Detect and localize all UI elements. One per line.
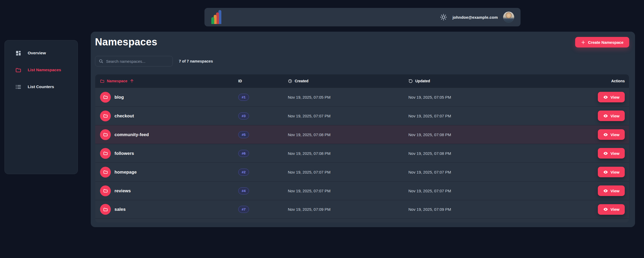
actions-cell: View bbox=[593, 129, 629, 140]
sidebar-item-list-namespaces[interactable]: List Namespaces bbox=[5, 61, 78, 78]
namespaces-table: Namespace ID Created bbox=[95, 74, 629, 222]
namespace-folder-icon bbox=[100, 185, 111, 196]
column-label: Namespace bbox=[107, 79, 127, 83]
logo-bar-green bbox=[211, 17, 214, 24]
eye-icon bbox=[603, 113, 608, 118]
view-button[interactable]: View bbox=[598, 111, 625, 121]
column-header-created[interactable]: Created bbox=[288, 79, 408, 83]
actions-cell: View bbox=[593, 185, 629, 196]
view-button[interactable]: View bbox=[598, 185, 625, 196]
id-cell: #5 bbox=[238, 131, 288, 138]
table-row[interactable]: checkout #3 Nov 19, 2025, 07:07 PM Nov 1… bbox=[95, 106, 629, 125]
view-label: View bbox=[610, 132, 619, 137]
folder-icon bbox=[15, 67, 21, 73]
id-badge: #5 bbox=[238, 131, 249, 138]
column-header-updated[interactable]: Updated bbox=[408, 79, 593, 83]
updated-cell: Nov 19, 2025, 07:07 PM bbox=[408, 114, 593, 118]
namespace-name: sales bbox=[115, 207, 126, 212]
table-row[interactable]: blog #1 Nov 19, 2025, 07:05 PM Nov 19, 2… bbox=[95, 88, 629, 106]
namespace-cell: followers bbox=[95, 148, 238, 159]
plus-icon bbox=[581, 40, 585, 45]
sidebar: Overview List Namespaces List Counters bbox=[4, 40, 78, 174]
view-button[interactable]: View bbox=[598, 167, 625, 177]
column-label: ID bbox=[238, 79, 242, 83]
list-icon bbox=[15, 84, 21, 90]
view-label: View bbox=[610, 189, 619, 193]
table-row[interactable]: reviews #4 Nov 19, 2025, 07:07 PM Nov 19… bbox=[95, 181, 629, 200]
column-header-id[interactable]: ID bbox=[238, 79, 288, 83]
user-avatar[interactable] bbox=[503, 12, 514, 23]
sidebar-item-label: Overview bbox=[28, 51, 46, 55]
id-badge: #3 bbox=[238, 112, 249, 120]
sidebar-item-overview[interactable]: Overview bbox=[5, 45, 78, 61]
id-cell: #2 bbox=[238, 169, 288, 176]
id-cell: #1 bbox=[238, 94, 288, 101]
namespace-cell: blog bbox=[95, 92, 238, 103]
clock-icon bbox=[288, 79, 292, 83]
sidebar-item-label: List Counters bbox=[28, 84, 54, 89]
updated-cell: Nov 19, 2025, 07:07 PM bbox=[408, 170, 593, 174]
actions-cell: View bbox=[593, 204, 629, 215]
app-logo-icon[interactable] bbox=[212, 10, 221, 24]
main-panel: Namespaces Create Namespace 7 of 7 names… bbox=[91, 32, 635, 227]
id-badge: #2 bbox=[238, 169, 249, 176]
id-cell: #3 bbox=[238, 112, 288, 120]
search-input[interactable] bbox=[106, 59, 169, 64]
view-button[interactable]: View bbox=[598, 129, 625, 140]
namespace-folder-icon bbox=[100, 129, 111, 140]
search-box bbox=[95, 56, 173, 66]
created-cell: Nov 19, 2025, 07:05 PM bbox=[288, 95, 408, 99]
view-label: View bbox=[610, 151, 619, 156]
namespace-folder-icon bbox=[100, 167, 111, 178]
namespace-cell: homepage bbox=[95, 167, 238, 178]
table-row[interactable]: sales #7 Nov 19, 2025, 07:09 PM Nov 19, … bbox=[95, 200, 629, 219]
search-row: 7 of 7 namespaces bbox=[95, 56, 213, 66]
table-row[interactable]: community-feed #5 Nov 19, 2025, 07:08 PM… bbox=[95, 125, 629, 144]
view-label: View bbox=[610, 207, 619, 212]
actions-cell: View bbox=[593, 167, 629, 177]
created-cell: Nov 19, 2025, 07:09 PM bbox=[288, 207, 408, 212]
eye-icon bbox=[603, 207, 608, 212]
sidebar-item-label: List Namespaces bbox=[28, 68, 61, 72]
updated-cell: Nov 19, 2025, 07:07 PM bbox=[408, 189, 593, 193]
eye-icon bbox=[603, 188, 608, 193]
updated-cell: Nov 19, 2025, 07:08 PM bbox=[408, 151, 593, 156]
id-cell: #4 bbox=[238, 187, 288, 194]
sidebar-item-list-counters[interactable]: List Counters bbox=[5, 78, 78, 95]
create-namespace-label: Create Namespace bbox=[588, 40, 623, 45]
id-badge: #6 bbox=[238, 150, 249, 157]
namespace-folder-icon bbox=[100, 111, 111, 121]
created-cell: Nov 19, 2025, 07:07 PM bbox=[288, 114, 408, 118]
id-cell: #7 bbox=[238, 206, 288, 213]
updated-cell: Nov 19, 2025, 07:09 PM bbox=[408, 207, 593, 212]
namespace-cell: checkout bbox=[95, 111, 238, 121]
table-row[interactable]: homepage #2 Nov 19, 2025, 07:07 PM Nov 1… bbox=[95, 163, 629, 181]
id-badge: #4 bbox=[238, 187, 249, 194]
namespace-name: blog bbox=[115, 95, 124, 100]
column-header-namespace[interactable]: Namespace bbox=[95, 79, 238, 83]
created-cell: Nov 19, 2025, 07:08 PM bbox=[288, 151, 408, 156]
top-navbar: johndoe@example.com bbox=[204, 8, 521, 26]
id-cell: #6 bbox=[238, 150, 288, 157]
namespace-folder-icon bbox=[100, 92, 111, 103]
view-button[interactable]: View bbox=[598, 92, 625, 102]
column-header-actions: Actions bbox=[593, 79, 629, 83]
eye-icon bbox=[603, 95, 608, 100]
namespace-name: reviews bbox=[115, 188, 131, 193]
created-cell: Nov 19, 2025, 07:07 PM bbox=[288, 170, 408, 174]
app-screen: johndoe@example.com Overview List Namesp… bbox=[0, 0, 644, 258]
view-button[interactable]: View bbox=[598, 148, 625, 159]
actions-cell: View bbox=[593, 92, 629, 102]
create-namespace-button[interactable]: Create Namespace bbox=[575, 37, 629, 47]
page-title: Namespaces bbox=[95, 36, 157, 48]
refresh-clock-icon bbox=[408, 79, 413, 83]
view-label: View bbox=[610, 114, 619, 118]
table-row[interactable]: followers #6 Nov 19, 2025, 07:08 PM Nov … bbox=[95, 144, 629, 163]
namespace-count: 7 of 7 namespaces bbox=[179, 59, 213, 63]
table-header-row: Namespace ID Created bbox=[95, 74, 629, 88]
id-badge: #1 bbox=[238, 94, 249, 101]
view-button[interactable]: View bbox=[598, 204, 625, 215]
sun-icon[interactable] bbox=[440, 13, 447, 21]
column-label: Created bbox=[295, 79, 308, 83]
created-cell: Nov 19, 2025, 07:08 PM bbox=[288, 132, 408, 137]
